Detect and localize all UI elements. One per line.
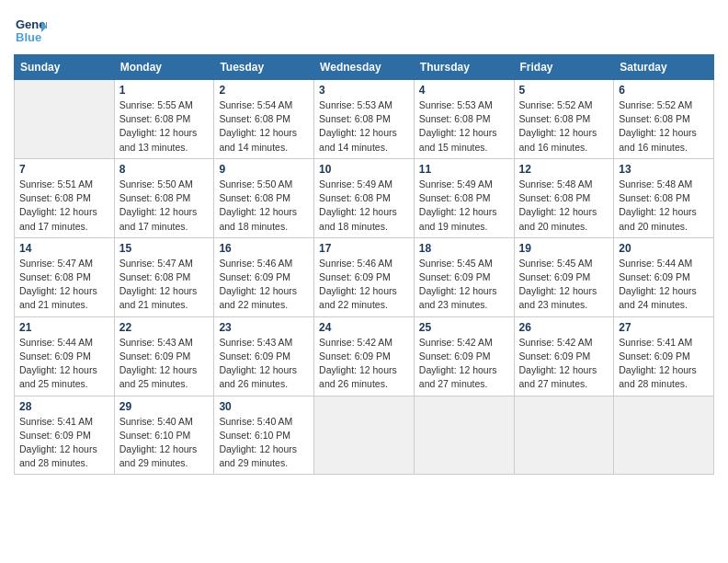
- day-number: 21: [19, 321, 109, 334]
- calendar-cell: [414, 396, 514, 475]
- day-info: Sunrise: 5:53 AM Sunset: 6:08 PM Dayligh…: [419, 98, 509, 155]
- day-number: 5: [519, 84, 609, 97]
- day-number: 8: [119, 163, 210, 176]
- calendar-cell: 14 Sunrise: 5:47 AM Sunset: 6:08 PM Dayl…: [15, 237, 115, 316]
- calendar-cell: 13 Sunrise: 5:48 AM Sunset: 6:08 PM Dayl…: [614, 158, 714, 237]
- day-info: Sunrise: 5:48 AM Sunset: 6:08 PM Dayligh…: [519, 178, 609, 234]
- day-number: 17: [319, 242, 409, 255]
- calendar-cell: 10 Sunrise: 5:49 AM Sunset: 6:08 PM Dayl…: [314, 158, 415, 237]
- day-number: 16: [219, 242, 309, 255]
- day-info: Sunrise: 5:50 AM Sunset: 6:08 PM Dayligh…: [119, 178, 210, 234]
- calendar-cell: 18 Sunrise: 5:45 AM Sunset: 6:09 PM Dayl…: [414, 237, 514, 316]
- calendar-cell: 20 Sunrise: 5:44 AM Sunset: 6:09 PM Dayl…: [614, 237, 714, 316]
- day-number: 30: [219, 400, 309, 413]
- calendar-cell: 15 Sunrise: 5:47 AM Sunset: 6:08 PM Dayl…: [114, 237, 214, 316]
- day-number: 9: [219, 163, 309, 176]
- calendar-cell: 7 Sunrise: 5:51 AM Sunset: 6:08 PM Dayli…: [15, 158, 115, 237]
- day-info: Sunrise: 5:41 AM Sunset: 6:09 PM Dayligh…: [19, 415, 109, 471]
- day-number: 22: [119, 321, 210, 334]
- calendar-table: SundayMondayTuesdayWednesdayThursdayFrid…: [14, 54, 714, 475]
- day-info: Sunrise: 5:44 AM Sunset: 6:09 PM Dayligh…: [619, 257, 709, 313]
- logo-icon: General Blue: [14, 14, 47, 47]
- day-info: Sunrise: 5:46 AM Sunset: 6:09 PM Dayligh…: [319, 257, 409, 313]
- calendar-cell: 8 Sunrise: 5:50 AM Sunset: 6:08 PM Dayli…: [114, 158, 214, 237]
- day-info: Sunrise: 5:54 AM Sunset: 6:08 PM Dayligh…: [219, 98, 309, 155]
- day-info: Sunrise: 5:52 AM Sunset: 6:08 PM Dayligh…: [519, 98, 609, 155]
- day-number: 12: [519, 163, 609, 176]
- day-info: Sunrise: 5:40 AM Sunset: 6:10 PM Dayligh…: [219, 415, 309, 471]
- day-info: Sunrise: 5:43 AM Sunset: 6:09 PM Dayligh…: [119, 336, 210, 392]
- calendar-cell: 24 Sunrise: 5:42 AM Sunset: 6:09 PM Dayl…: [314, 316, 415, 396]
- day-info: Sunrise: 5:42 AM Sunset: 6:09 PM Dayligh…: [419, 336, 509, 392]
- calendar-cell: 30 Sunrise: 5:40 AM Sunset: 6:10 PM Dayl…: [214, 396, 314, 475]
- day-info: Sunrise: 5:46 AM Sunset: 6:09 PM Dayligh…: [219, 257, 309, 313]
- day-info: Sunrise: 5:44 AM Sunset: 6:09 PM Dayligh…: [19, 336, 109, 392]
- calendar-cell: 17 Sunrise: 5:46 AM Sunset: 6:09 PM Dayl…: [314, 237, 415, 316]
- svg-text:Blue: Blue: [16, 30, 41, 44]
- day-number: 13: [619, 163, 709, 176]
- weekday-header-row: SundayMondayTuesdayWednesdayThursdayFrid…: [15, 55, 714, 80]
- day-number: 23: [219, 321, 309, 334]
- calendar-cell: 6 Sunrise: 5:52 AM Sunset: 6:08 PM Dayli…: [614, 80, 714, 159]
- weekday-header-friday: Friday: [514, 55, 614, 80]
- day-number: 11: [419, 163, 509, 176]
- calendar-cell: 21 Sunrise: 5:44 AM Sunset: 6:09 PM Dayl…: [15, 316, 115, 396]
- day-info: Sunrise: 5:42 AM Sunset: 6:09 PM Dayligh…: [319, 336, 409, 392]
- week-row-1: 1 Sunrise: 5:55 AM Sunset: 6:08 PM Dayli…: [15, 80, 714, 159]
- calendar-cell: 16 Sunrise: 5:46 AM Sunset: 6:09 PM Dayl…: [214, 237, 314, 316]
- calendar-cell: 26 Sunrise: 5:42 AM Sunset: 6:09 PM Dayl…: [514, 316, 614, 396]
- day-info: Sunrise: 5:50 AM Sunset: 6:08 PM Dayligh…: [219, 178, 309, 234]
- day-info: Sunrise: 5:47 AM Sunset: 6:08 PM Dayligh…: [19, 257, 109, 313]
- day-info: Sunrise: 5:53 AM Sunset: 6:08 PM Dayligh…: [319, 98, 409, 155]
- calendar-cell: 11 Sunrise: 5:49 AM Sunset: 6:08 PM Dayl…: [414, 158, 514, 237]
- weekday-header-sunday: Sunday: [15, 55, 115, 80]
- calendar-cell: 28 Sunrise: 5:41 AM Sunset: 6:09 PM Dayl…: [15, 396, 115, 475]
- calendar-cell: 2 Sunrise: 5:54 AM Sunset: 6:08 PM Dayli…: [214, 80, 314, 159]
- day-info: Sunrise: 5:42 AM Sunset: 6:09 PM Dayligh…: [519, 336, 609, 392]
- day-number: 6: [619, 84, 709, 97]
- day-info: Sunrise: 5:43 AM Sunset: 6:09 PM Dayligh…: [219, 336, 309, 392]
- calendar-cell: 1 Sunrise: 5:55 AM Sunset: 6:08 PM Dayli…: [114, 80, 214, 159]
- calendar-cell: 5 Sunrise: 5:52 AM Sunset: 6:08 PM Dayli…: [514, 80, 614, 159]
- day-number: 25: [419, 321, 509, 334]
- day-info: Sunrise: 5:48 AM Sunset: 6:08 PM Dayligh…: [619, 178, 709, 234]
- day-number: 20: [619, 242, 709, 255]
- day-number: 29: [119, 400, 210, 413]
- calendar-cell: 22 Sunrise: 5:43 AM Sunset: 6:09 PM Dayl…: [114, 316, 214, 396]
- calendar-cell: [614, 396, 714, 475]
- day-number: 24: [319, 321, 409, 334]
- day-info: Sunrise: 5:45 AM Sunset: 6:09 PM Dayligh…: [519, 257, 609, 313]
- day-number: 14: [19, 242, 109, 255]
- calendar-cell: 25 Sunrise: 5:42 AM Sunset: 6:09 PM Dayl…: [414, 316, 514, 396]
- week-row-3: 14 Sunrise: 5:47 AM Sunset: 6:08 PM Dayl…: [15, 237, 714, 316]
- day-info: Sunrise: 5:52 AM Sunset: 6:08 PM Dayligh…: [619, 98, 709, 155]
- day-number: 27: [619, 321, 709, 334]
- calendar-cell: 9 Sunrise: 5:50 AM Sunset: 6:08 PM Dayli…: [214, 158, 314, 237]
- page-header: General Blue: [14, 14, 714, 47]
- calendar-cell: [314, 396, 415, 475]
- weekday-header-monday: Monday: [114, 55, 214, 80]
- day-info: Sunrise: 5:55 AM Sunset: 6:08 PM Dayligh…: [119, 98, 210, 155]
- day-info: Sunrise: 5:49 AM Sunset: 6:08 PM Dayligh…: [319, 178, 409, 234]
- day-number: 2: [219, 84, 309, 97]
- week-row-4: 21 Sunrise: 5:44 AM Sunset: 6:09 PM Dayl…: [15, 316, 714, 396]
- calendar-cell: 4 Sunrise: 5:53 AM Sunset: 6:08 PM Dayli…: [414, 80, 514, 159]
- calendar-cell: 27 Sunrise: 5:41 AM Sunset: 6:09 PM Dayl…: [614, 316, 714, 396]
- day-number: 7: [19, 163, 109, 176]
- week-row-5: 28 Sunrise: 5:41 AM Sunset: 6:09 PM Dayl…: [15, 396, 714, 475]
- day-number: 19: [519, 242, 609, 255]
- calendar-cell: 19 Sunrise: 5:45 AM Sunset: 6:09 PM Dayl…: [514, 237, 614, 316]
- weekday-header-thursday: Thursday: [414, 55, 514, 80]
- logo: General Blue: [14, 14, 47, 47]
- day-number: 4: [419, 84, 509, 97]
- day-info: Sunrise: 5:41 AM Sunset: 6:09 PM Dayligh…: [619, 336, 709, 392]
- calendar-cell: [15, 80, 115, 159]
- weekday-header-saturday: Saturday: [614, 55, 714, 80]
- day-number: 18: [419, 242, 509, 255]
- day-number: 28: [19, 400, 109, 413]
- week-row-2: 7 Sunrise: 5:51 AM Sunset: 6:08 PM Dayli…: [15, 158, 714, 237]
- calendar-cell: 29 Sunrise: 5:40 AM Sunset: 6:10 PM Dayl…: [114, 396, 214, 475]
- day-info: Sunrise: 5:40 AM Sunset: 6:10 PM Dayligh…: [119, 415, 210, 471]
- day-info: Sunrise: 5:49 AM Sunset: 6:08 PM Dayligh…: [419, 178, 509, 234]
- day-info: Sunrise: 5:47 AM Sunset: 6:08 PM Dayligh…: [119, 257, 210, 313]
